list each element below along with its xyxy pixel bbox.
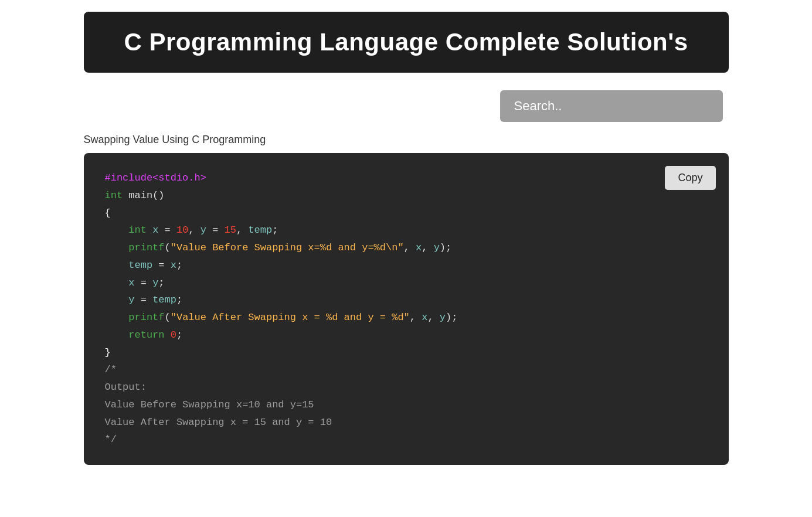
- code-block-wrapper: Copy #include<stdio.h> int main() { int …: [84, 153, 729, 465]
- copy-button[interactable]: Copy: [665, 166, 715, 190]
- page-subtitle: Swapping Value Using C Programming: [84, 134, 729, 146]
- search-container: [84, 90, 729, 122]
- code-block: #include<stdio.h> int main() { int x = 1…: [105, 169, 708, 448]
- page-title: C Programming Language Complete Solution…: [107, 28, 705, 56]
- header-banner: C Programming Language Complete Solution…: [84, 12, 729, 73]
- search-input[interactable]: [500, 90, 723, 122]
